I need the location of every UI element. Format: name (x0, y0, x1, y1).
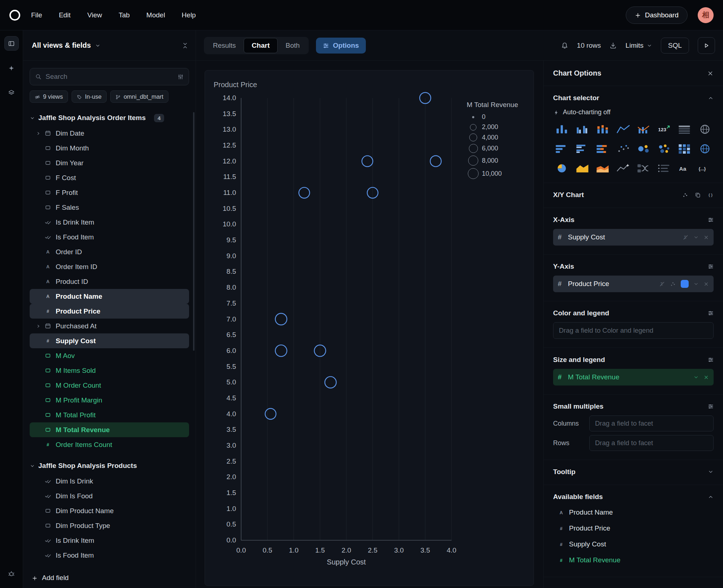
field-m-order-count[interactable]: M Order Count (30, 378, 189, 393)
collapse-section-button[interactable] (708, 95, 714, 101)
field-is-food-item[interactable]: Is Food Item (30, 230, 189, 244)
chevron-down-icon[interactable] (693, 375, 699, 380)
field-is-food-item[interactable]: Is Food Item (30, 548, 189, 563)
field-dim-is-food[interactable]: Dim Is Food (30, 489, 189, 503)
field-is-drink-item[interactable]: Is Drink Item (30, 533, 189, 548)
field-product-price[interactable]: #Product Price (30, 304, 189, 319)
chart-type-map-icon[interactable] (696, 123, 714, 135)
menu-help[interactable]: Help (182, 11, 196, 19)
chart-type-horizontal-bar-icon[interactable] (553, 143, 571, 154)
scatter-mini-icon[interactable] (682, 192, 688, 198)
chip-9-views[interactable]: 9 views (30, 90, 68, 103)
chart-type-horizontal-stacked-bar-icon[interactable] (594, 143, 612, 154)
search-input[interactable] (46, 73, 174, 81)
chart-type-horizontal-grouped-bar-icon[interactable] (574, 143, 591, 154)
color-dropzone[interactable]: Drag a field to Color and legend (553, 322, 714, 339)
chart-type-bar-icon[interactable] (553, 123, 571, 135)
remove-field-icon[interactable] (703, 375, 709, 380)
debug-button[interactable] (4, 566, 19, 581)
menu-view[interactable]: View (87, 11, 102, 19)
x-axis-settings-button[interactable] (708, 217, 714, 223)
copy-icon[interactable] (695, 192, 701, 198)
field-order-items-count[interactable]: #Order Items Count (30, 437, 189, 452)
field-m-items-sold[interactable]: M Items Sold (30, 363, 189, 378)
chart-type-text-icon[interactable]: Aa (676, 162, 693, 174)
chart-type-single-value-icon[interactable]: 123 (655, 123, 673, 135)
dashboard-button[interactable]: Dashboard (626, 7, 688, 24)
aggregate-icon[interactable]: Σ (659, 281, 665, 287)
chart-type-pie-icon[interactable] (553, 162, 571, 174)
chart-type-sparkline-icon[interactable] (615, 162, 632, 174)
limits-dropdown[interactable]: Limits (625, 42, 652, 50)
small-multiples-settings-button[interactable] (708, 404, 714, 409)
field-dim-date[interactable]: Dim Date (30, 126, 189, 141)
y-axis-color-swatch[interactable] (681, 280, 689, 288)
scatter-mini-icon[interactable] (670, 281, 676, 287)
menu-tab[interactable]: Tab (119, 11, 130, 19)
field-f-sales[interactable]: F Sales (30, 200, 189, 215)
size-settings-button[interactable] (708, 357, 714, 363)
expand-tooltip-button[interactable] (708, 469, 714, 475)
available-field-product-name[interactable]: AProduct Name (553, 504, 714, 520)
field-m-aov[interactable]: M Aov (30, 348, 189, 363)
chart-type-bubble-cluster-icon[interactable] (655, 143, 673, 154)
options-button[interactable]: Options (316, 38, 366, 54)
field-dim-year[interactable]: Dim Year (30, 155, 189, 170)
field-product-id[interactable]: AProduct ID (30, 274, 189, 289)
section-header-jaffle-shop-analysis-products[interactable]: Jaffle Shop Analysis Products (23, 458, 196, 474)
rows-dropzone[interactable]: Drag a field to facet (589, 435, 714, 451)
chevron-down-icon[interactable] (693, 235, 699, 240)
field-m-profit-margin[interactable]: M Profit Margin (30, 393, 189, 408)
field-product-name[interactable]: AProduct Name (30, 289, 189, 304)
field-dim-product-type[interactable]: Dim Product Type (30, 518, 189, 533)
chart-type-stacked-area-icon[interactable] (594, 162, 612, 174)
chart-type-combo-icon[interactable] (635, 123, 653, 135)
chevron-down-icon[interactable] (693, 281, 699, 287)
layers-button[interactable] (4, 85, 19, 100)
menu-model[interactable]: Model (146, 11, 165, 19)
ai-assistant-button[interactable] (4, 61, 19, 75)
color-settings-button[interactable] (708, 310, 714, 316)
views-dropdown[interactable]: All views & fields (32, 41, 100, 50)
remove-field-icon[interactable] (703, 281, 709, 287)
tab-both[interactable]: Both (278, 38, 308, 53)
notifications-button[interactable] (561, 42, 568, 49)
columns-dropzone[interactable]: Drag a field to facet (589, 416, 714, 431)
available-field-product-price[interactable]: #Product Price (553, 520, 714, 536)
braces-icon[interactable]: { } (707, 192, 714, 198)
sql-button[interactable]: SQL (661, 38, 689, 54)
field-is-drink-item[interactable]: Is Drink Item (30, 215, 189, 230)
download-button[interactable] (609, 42, 617, 49)
avatar[interactable]: 相 (698, 7, 714, 23)
chart-type-table-icon[interactable] (676, 123, 693, 135)
tab-chart[interactable]: Chart (244, 38, 278, 53)
toggle-panel-button[interactable] (4, 36, 19, 51)
size-field-pill[interactable]: # M Total Revenue (553, 369, 714, 385)
available-field-m-total-revenue[interactable]: #M Total Revenue (553, 552, 714, 568)
field-f-cost[interactable]: F Cost (30, 170, 189, 185)
field-purchased-at[interactable]: Purchased At (30, 319, 189, 333)
add-field-button[interactable]: Add field (32, 574, 69, 582)
run-query-button[interactable] (698, 37, 715, 54)
collapse-all-button[interactable] (182, 42, 188, 49)
field-f-profit[interactable]: F Profit (30, 185, 189, 200)
chart-type-globe-icon[interactable] (696, 143, 714, 154)
chart-type-stacked-bar-icon[interactable] (594, 123, 612, 135)
chip-in-use[interactable]: In-use (72, 90, 107, 103)
chart-type-markdown-icon[interactable]: {...} (696, 162, 714, 174)
filter-icon[interactable] (177, 73, 184, 80)
field-dim-month[interactable]: Dim Month (30, 141, 189, 155)
chart-type-scatter-icon[interactable] (615, 143, 632, 154)
collapse-available-fields-button[interactable] (708, 494, 714, 500)
tab-results[interactable]: Results (205, 38, 244, 53)
available-field-supply-cost[interactable]: #Supply Cost (553, 536, 714, 552)
field-order-item-id[interactable]: AOrder Item ID (30, 259, 189, 274)
auto-charting-label[interactable]: Auto-charting off (563, 108, 611, 116)
field-dim-product-name[interactable]: Dim Product Name (30, 503, 189, 518)
chart-type-list-icon[interactable] (655, 162, 673, 174)
menu-file[interactable]: File (31, 11, 42, 19)
close-panel-button[interactable] (707, 70, 714, 77)
scrollbar-thumb[interactable] (193, 112, 194, 351)
y-axis-field-pill[interactable]: # Product Price Σ (553, 276, 714, 292)
menu-edit[interactable]: Edit (59, 11, 71, 19)
